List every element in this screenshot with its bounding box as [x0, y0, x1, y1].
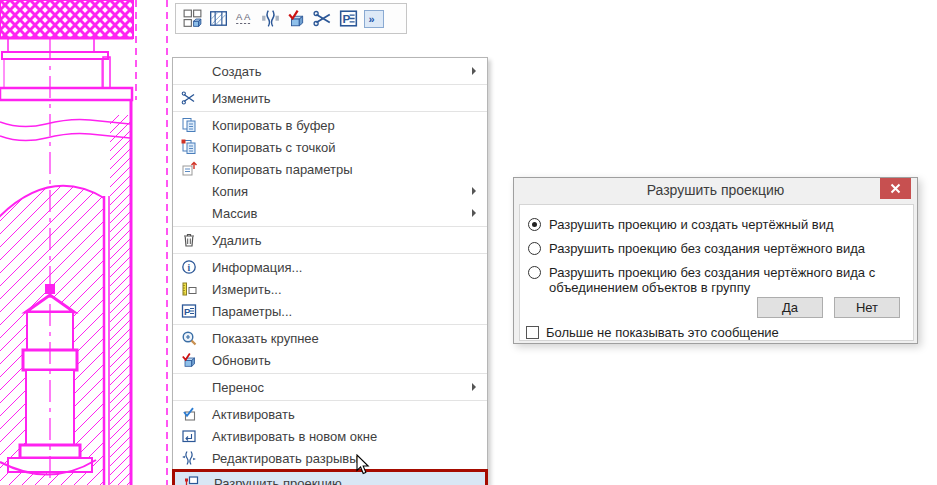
svg-text:P: P — [342, 12, 350, 25]
menu-item-label: Активировать — [212, 407, 295, 422]
menu-item-label: Создать — [212, 64, 261, 79]
activate-icon — [180, 406, 198, 422]
menu-item-label: Изменить — [212, 91, 271, 106]
menu-item-copy-parameters[interactable]: Копировать параметры — [173, 158, 487, 180]
menu-item-array[interactable]: Массив — [173, 202, 487, 224]
menu-item-parameters[interactable]: P Параметры... — [173, 300, 487, 322]
menu-item-label: Параметры... — [212, 304, 292, 319]
update-model-icon[interactable] — [285, 8, 307, 30]
submenu-arrow-icon — [472, 209, 476, 217]
mouse-cursor — [356, 454, 370, 475]
menu-item-label: Массив — [212, 206, 257, 221]
no-button[interactable]: Нет — [834, 297, 900, 318]
copy-parameters-icon — [180, 161, 198, 177]
more-tools-icon[interactable]: » — [363, 8, 385, 30]
menu-item-copy-with-point[interactable]: Копировать с точкой — [173, 136, 487, 158]
menu-item-label: Измерить... — [212, 282, 282, 297]
menu-item-edit[interactable]: Изменить — [173, 87, 487, 109]
radio-unselected-icon — [528, 242, 541, 255]
trash-icon — [180, 232, 198, 248]
menu-item-label: Перенос — [212, 380, 264, 395]
toolbar: A A P — [175, 3, 407, 34]
menu-item-delete[interactable]: Удалить — [173, 229, 487, 251]
menu-item-destroy-projection[interactable]: Разрушить проекцию — [172, 469, 488, 485]
dialog-titlebar[interactable]: Разрушить проекцию — [514, 178, 917, 204]
section-view-icon[interactable] — [207, 8, 229, 30]
menu-item-measure[interactable]: Измерить... — [173, 278, 487, 300]
menu-item-label: Копировать параметры — [212, 162, 353, 177]
submenu-arrow-icon — [472, 383, 476, 391]
svg-text:i: i — [188, 263, 191, 273]
radio-option-no-view-group[interactable]: Разрушить проекцию без создания чертёжно… — [528, 265, 879, 295]
close-button[interactable] — [880, 178, 911, 199]
section-break-icon[interactable] — [259, 8, 281, 30]
cad-knurled-cap — [0, 0, 133, 38]
menu-item-create[interactable]: Создать — [173, 60, 487, 82]
menu-item-label: Редактировать разрывы — [212, 451, 359, 466]
text-style-icon[interactable]: A A — [233, 8, 255, 30]
dialog-body: Разрушить проекцию и создать чертёжный в… — [519, 204, 914, 341]
radio-option-no-view[interactable]: Разрушить проекцию без создания чертёжно… — [528, 241, 865, 256]
menu-item-label: Показать крупнее — [212, 331, 319, 346]
destroy-projection-dialog: Разрушить проекцию Разрушить проекцию и … — [513, 177, 918, 344]
context-menu: Создать Изменить Копировать в буфер — [172, 57, 488, 485]
svg-text:»: » — [369, 13, 375, 25]
radio-selected-icon — [528, 218, 541, 231]
menu-item-update[interactable]: Обновить — [173, 349, 487, 371]
menu-item-label: Обновить — [212, 353, 271, 368]
radio-option-create-view[interactable]: Разрушить проекцию и создать чертёжный в… — [528, 217, 834, 232]
menu-item-edit-breaks[interactable]: Редактировать разрывы — [173, 447, 487, 469]
menu-item-label: Копировать с точкой — [212, 140, 336, 155]
measure-icon — [180, 281, 198, 297]
dialog-title: Разрушить проекцию — [514, 178, 917, 203]
update-model-icon — [180, 352, 198, 368]
menu-item-transfer[interactable]: Перенос — [173, 376, 487, 398]
menu-item-label: Разрушить проекцию — [214, 476, 342, 485]
dont-show-again-checkbox[interactable]: Больше не показывать это сообщение — [526, 325, 779, 340]
cut-icon[interactable] — [311, 8, 333, 30]
info-icon: i — [180, 259, 198, 275]
svg-text:A A: A A — [236, 11, 251, 22]
copy-icon — [180, 117, 198, 133]
close-icon — [890, 183, 901, 194]
menu-item-information[interactable]: i Информация... — [173, 256, 487, 278]
menu-item-activate-new-window[interactable]: Активировать в новом окне — [173, 425, 487, 447]
menu-item-label: Удалить — [212, 233, 262, 248]
copy-with-point-icon — [180, 139, 198, 155]
dialog-button-row: Да Нет — [757, 297, 900, 318]
radio-unselected-icon — [528, 266, 541, 279]
submenu-arrow-icon — [472, 187, 476, 195]
checkbox-unchecked-icon — [526, 326, 539, 339]
cut-icon — [180, 90, 198, 106]
menu-item-label: Копия — [212, 184, 248, 199]
parameters-icon: P — [180, 303, 198, 319]
zoom-in-icon — [180, 330, 198, 346]
menu-item-label: Копировать в буфер — [212, 118, 335, 133]
menu-item-copy-submenu[interactable]: Копия — [173, 180, 487, 202]
edit-breaks-icon — [180, 450, 198, 466]
viewports-icon[interactable] — [181, 8, 203, 30]
menu-item-zoom-in[interactable]: Показать крупнее — [173, 327, 487, 349]
yes-button[interactable]: Да — [757, 297, 823, 318]
destroy-projection-icon — [182, 475, 200, 485]
activate-new-window-icon — [180, 428, 198, 444]
menu-item-copy-to-buffer[interactable]: Копировать в буфер — [173, 114, 487, 136]
menu-item-activate[interactable]: Активировать — [173, 403, 487, 425]
cad-drawing — [0, 0, 172, 485]
menu-item-label: Активировать в новом окне — [212, 429, 377, 444]
parameters-icon[interactable]: P — [337, 8, 359, 30]
svg-text:P: P — [184, 306, 191, 317]
menu-item-label: Информация... — [212, 260, 302, 275]
submenu-arrow-icon — [472, 67, 476, 75]
